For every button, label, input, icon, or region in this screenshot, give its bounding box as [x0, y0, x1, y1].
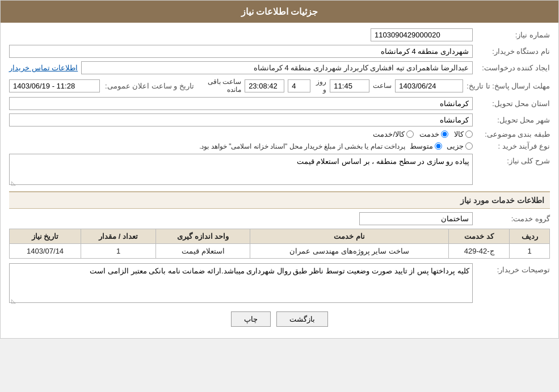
cell-name: ساخت سایر پروژه‌های مهندسی عمران	[250, 244, 449, 259]
buyer-org-input[interactable]	[9, 45, 473, 58]
city-label: شهر محل تحویل:	[476, 116, 550, 124]
contact-link[interactable]: اطلاعات تماس خریدار	[9, 64, 78, 72]
description-textarea[interactable]: پیاده رو سازی در سطح منطقه ، بر اساس است…	[9, 154, 473, 185]
col-row: ردیف	[510, 229, 550, 244]
remaining-time-input[interactable]	[245, 79, 284, 92]
creator-label: ایجاد کننده درخواست:	[476, 64, 550, 72]
buyer-notes-label: توصیحات خریدار:	[476, 263, 550, 274]
description-wrapper: پیاده رو سازی در سطح منطقه ، بر اساس است…	[9, 154, 473, 187]
back-button[interactable]: بازگشت	[276, 311, 328, 327]
cell-row: 1	[510, 244, 550, 259]
category-khadamat-label: خدمت	[419, 130, 439, 138]
purchase-motawaset[interactable]: متوسط	[410, 142, 442, 150]
category-khadamat[interactable]: خدمت	[419, 130, 448, 138]
purchase-jozi-label: جزیی	[447, 142, 464, 150]
purchase-motawaset-radio[interactable]	[435, 142, 442, 150]
need-number-input[interactable]	[371, 28, 473, 41]
buyer-resize-handle: ◺	[10, 298, 16, 304]
days-label: روز و	[314, 78, 326, 94]
announce-date-label: تاریخ و ساعت اعلان عمومی:	[103, 82, 194, 90]
col-quantity: تعداد / مقدار	[81, 229, 156, 244]
page-title: جزئیات اطلاعات نیاز	[1, 1, 558, 23]
province-input[interactable]	[9, 97, 473, 110]
remaining-label: ساعت باقی مانده	[201, 78, 241, 94]
category-khadamat-radio[interactable]	[441, 130, 448, 138]
remaining-days-input[interactable]	[288, 79, 310, 92]
purchase-type-group: جزیی متوسط پرداخت تمام یا بخشی از مبلغ خ…	[9, 142, 473, 150]
province-label: استان محل تحویل:	[476, 99, 550, 108]
service-group-label: گروه خدمت:	[476, 214, 550, 223]
cell-unit: استعلام قیمت	[156, 244, 250, 259]
send-deadline-label: مهلت ارسال پاسخ: تا تاریخ:	[466, 82, 550, 90]
category-kala-khadamat[interactable]: کالا/خدمت	[373, 130, 414, 138]
col-date: تاریخ نیاز	[10, 229, 81, 244]
buyer-textarea-wrapper: کلیه پرداختها پس از تایید صورت وضعیت توس…	[9, 263, 473, 305]
purchase-jozi[interactable]: جزیی	[447, 142, 473, 150]
purchase-jozi-radio[interactable]	[465, 142, 473, 150]
creator-value: عبدالرضا شاهمرادی تیه افشاری کاربردار شه…	[81, 61, 473, 74]
col-unit: واحد اندازه گیری	[156, 229, 250, 244]
col-code: کد خدمت	[448, 229, 509, 244]
col-name: نام خدمت	[250, 229, 449, 244]
description-label: شرح کلی نیاز:	[476, 154, 550, 165]
cell-quantity: 1	[81, 244, 156, 259]
announce-date-input[interactable]	[9, 79, 100, 92]
purchase-type-label: نوع فرآیند خرید :	[476, 142, 550, 150]
category-kala-label: کالا	[454, 130, 464, 138]
category-kala-khadamat-label: کالا/خدمت	[373, 130, 405, 138]
resize-handle: ◺	[10, 180, 16, 186]
service-group-input[interactable]	[359, 212, 473, 225]
buyer-org-label: نام دستگاه خریدار:	[476, 47, 550, 56]
time-label: ساعت	[373, 82, 392, 90]
deadline-time-input[interactable]	[330, 79, 369, 92]
need-number-label: شماره نیاز:	[476, 31, 550, 39]
deadline-date-input[interactable]	[395, 79, 463, 92]
table-row: 1 ج-42-429 ساخت سایر پروژه‌های مهندسی عم…	[10, 244, 550, 259]
category-kala-radio[interactable]	[465, 130, 473, 138]
print-button[interactable]: چاپ	[231, 311, 271, 327]
purchase-note: پرداخت تمام یا بخشی از مبلغ خریدار محل "…	[199, 142, 405, 150]
category-kala-khadamat-radio[interactable]	[406, 130, 414, 138]
category-radio-group: کالا خدمت کالا/خدمت	[9, 130, 473, 138]
city-input[interactable]	[9, 113, 473, 127]
purchase-motawaset-label: متوسط	[410, 142, 433, 150]
cell-date: 1403/07/14	[10, 244, 81, 259]
buyer-notes-textarea[interactable]: کلیه پرداختها پس از تایید صورت وضعیت توس…	[9, 263, 473, 303]
services-table: ردیف کد خدمت نام خدمت واحد اندازه گیری ت…	[9, 229, 550, 259]
bottom-buttons: بازگشت چاپ	[9, 311, 550, 327]
services-section-header: اطلاعات خدمات مورد نیاز	[9, 191, 550, 209]
cell-code: ج-42-429	[448, 244, 509, 259]
category-label: طبقه بندی موضوعی:	[476, 130, 550, 138]
category-kala[interactable]: کالا	[454, 130, 473, 138]
